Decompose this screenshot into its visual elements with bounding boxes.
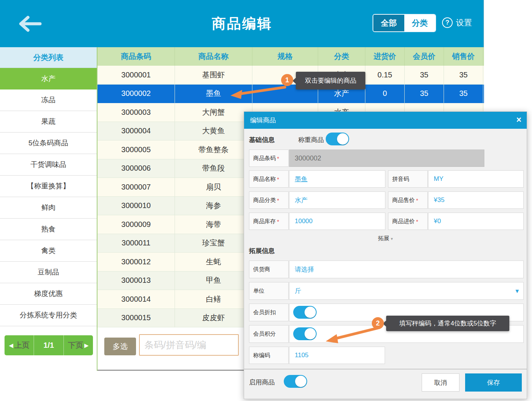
product-name-field[interactable]: 墨鱼 (289, 170, 385, 188)
question-circle-icon: ? (442, 17, 453, 28)
purchase-price-field[interactable]: ¥0 (428, 213, 524, 230)
filter-all-button[interactable]: 全部 (373, 15, 404, 31)
next-page-label: 下页 (68, 340, 83, 350)
cancel-button[interactable]: 取消 (422, 373, 459, 392)
cell: 3000015 (97, 309, 175, 328)
sidebar-item-4[interactable]: 干货调味品 (0, 154, 97, 176)
annotation-step-1-badge: 1 (281, 74, 293, 86)
section-basic-info: 基础信息 (249, 136, 275, 144)
cell: 3000003 (97, 103, 175, 122)
annotation-step-2-tooltip: 填写秤编码，通常4位数或5位数字 (386, 316, 509, 331)
cell: 3000014 (97, 290, 175, 309)
sidebar-item-11[interactable]: 分拣系统专用分类 (0, 305, 97, 326)
sidebar-item-0[interactable]: 水产 (0, 68, 97, 89)
column-header-4: 进货价 (365, 47, 405, 66)
close-icon[interactable]: × (517, 115, 521, 125)
expand-toggle[interactable]: 拓展▾ (244, 235, 527, 242)
sale-price-label: 商品售价* (388, 191, 428, 209)
toggle-knob (337, 133, 348, 145)
table-header-row: 商品条码商品名称规格分类进货价会员价销售价 (97, 47, 484, 66)
sidebar-item-7[interactable]: 熟食 (0, 219, 97, 240)
cell: 甲鱼 (175, 271, 252, 290)
pinyin-field[interactable]: MY (428, 170, 524, 188)
cell: 3000011 (97, 234, 175, 253)
table-row-3000002[interactable]: 3000002墨鱼水产03535 (97, 85, 484, 103)
toggle-knob (305, 307, 316, 318)
sidebar-item-8[interactable]: 禽类 (0, 240, 97, 262)
prev-page-label: 上页 (14, 340, 29, 350)
column-header-6: 销售价 (444, 47, 483, 66)
scale-code-field[interactable]: 1105 (289, 347, 385, 364)
cell: 3000010 (97, 197, 175, 216)
chevron-down-icon: ▾ (391, 236, 393, 241)
multi-select-button[interactable]: 多选 (104, 338, 136, 355)
sale-price-field[interactable]: ¥35 (428, 191, 524, 209)
scale-code-label: 称编码 (249, 347, 289, 364)
member-points-label: 会员积分 (249, 325, 289, 343)
sidebar-pagination: ◀ 上页 1/1 下页 ▶ (5, 335, 93, 355)
sidebar-item-1[interactable]: 冻品 (0, 89, 97, 111)
pinyin-label: 拼音码 (388, 170, 428, 188)
unit-select[interactable]: 斤 (289, 282, 524, 300)
cell: 带鱼段 (175, 159, 252, 178)
toggle-knob (295, 376, 306, 387)
cell: 3000001 (97, 66, 175, 85)
category-label: 商品分类* (249, 191, 289, 209)
unit-label: 单位 (249, 282, 289, 300)
purchase-price-label: 商品进价* (388, 213, 428, 230)
column-header-0: 商品条码 (97, 47, 175, 66)
supplier-label: 供货商 (249, 261, 289, 278)
sidebar-item-5[interactable]: 【称重换算】 (0, 176, 97, 197)
prev-page-button[interactable]: ◀ 上页 (5, 335, 34, 355)
annotation-step-2-badge: 2 (372, 317, 384, 329)
filter-category-button[interactable]: 分类 (404, 15, 435, 31)
member-discount-toggle[interactable] (293, 306, 317, 319)
cell: 3000002 (97, 85, 175, 103)
settings-button[interactable]: ? 设置 (442, 17, 472, 28)
cell: 35 (405, 66, 444, 85)
cell: 海参 (175, 197, 252, 216)
cell: 3000009 (97, 215, 175, 234)
search-input[interactable] (139, 334, 239, 356)
category-field[interactable]: 水产 (289, 191, 385, 209)
cell: 0 (365, 85, 405, 103)
settings-label: 设置 (456, 17, 472, 28)
page-indicator: 1/1 (34, 335, 63, 355)
cell: 0.15 (365, 66, 405, 85)
cell: 3000007 (97, 178, 175, 197)
member-discount-label: 会员折扣 (249, 304, 289, 321)
cell: 海带 (175, 215, 252, 234)
cell: 皮皮虾 (175, 309, 252, 328)
sidebar-item-9[interactable]: 豆制品 (0, 262, 97, 283)
cell: 3000004 (97, 122, 175, 141)
cell: 扇贝 (175, 178, 252, 197)
sidebar-item-3[interactable]: 5位条码商品 (0, 133, 97, 154)
supplier-field[interactable]: 请选择 (289, 261, 524, 278)
top-header-bar: 商品编辑 全部 分类 ? 设置 (0, 0, 484, 47)
next-page-button[interactable]: 下页 ▶ (63, 335, 93, 355)
cell: 生蚝 (175, 253, 252, 271)
cell: 3000013 (97, 271, 175, 290)
view-filter-toggle: 全部 分类 (373, 14, 436, 32)
cell: 35 (444, 66, 483, 85)
member-points-toggle[interactable] (293, 327, 317, 340)
cell: 大闸蟹 (175, 103, 252, 122)
stock-field[interactable]: 10000 (289, 213, 385, 230)
cell: 3000012 (97, 253, 175, 271)
barcode-field: 3000002 (289, 150, 484, 167)
modal-title: 编辑商品 (250, 116, 276, 125)
dropdown-caret-icon[interactable]: ▼ (514, 288, 520, 294)
sidebar-item-2[interactable]: 果蔬 (0, 111, 97, 133)
modal-header: 编辑商品 × (244, 112, 527, 129)
section-extended-info: 拓展信息 (249, 247, 275, 255)
cell: 35 (444, 85, 483, 103)
weigh-product-toggle[interactable] (326, 133, 349, 145)
sidebar-item-6[interactable]: 鲜肉 (0, 197, 97, 219)
enable-product-toggle[interactable] (284, 375, 307, 388)
cell: 3000005 (97, 140, 175, 159)
weigh-product-label: 称重商品 (298, 136, 324, 144)
next-arrow-icon: ▶ (84, 342, 89, 349)
column-header-3: 分类 (318, 47, 365, 66)
sidebar-item-10[interactable]: 梯度优惠 (0, 283, 97, 305)
save-button[interactable]: 保存 (465, 373, 522, 392)
